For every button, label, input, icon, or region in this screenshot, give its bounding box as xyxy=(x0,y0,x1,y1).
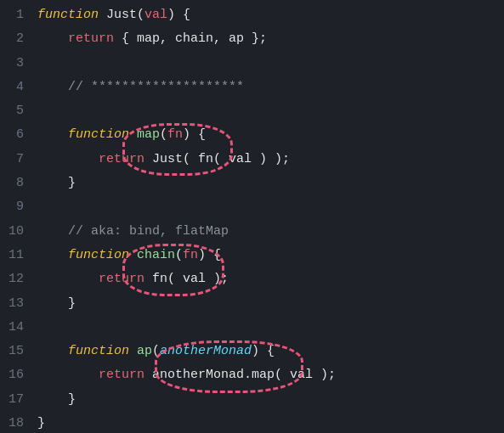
code-line-13: } xyxy=(37,292,504,316)
code-text: ) { xyxy=(167,8,190,22)
param-fn: fn xyxy=(183,248,198,262)
keyword-function: function xyxy=(68,344,137,358)
keyword-return: return xyxy=(37,272,144,286)
keyword-function: function xyxy=(37,8,106,22)
code-text: fn( val ); xyxy=(144,272,229,286)
code-line-10: // aka: bind, flatMap xyxy=(37,220,504,244)
code-line-4: // ******************** xyxy=(37,76,504,99)
code-text: ( xyxy=(152,344,160,358)
code-line-12: return fn( val ); xyxy=(37,267,504,291)
code-line-5 xyxy=(37,99,504,123)
code-text: } xyxy=(37,392,76,407)
code-text: ) { xyxy=(198,248,221,262)
code-line-9 xyxy=(37,195,504,219)
code-line-8: } xyxy=(37,172,504,195)
code-text: ) { xyxy=(183,127,206,142)
code-line-15: function ap(anotherMonad) { xyxy=(37,340,504,363)
code-line-3 xyxy=(37,52,504,76)
keyword-function: function xyxy=(68,248,137,262)
code-text: } xyxy=(37,416,45,430)
keyword-return: return xyxy=(37,152,144,166)
code-line-18: } xyxy=(37,412,504,433)
code-line-17: } xyxy=(37,388,504,412)
code-content: function Just(val) { return { map, chain… xyxy=(37,3,504,433)
code-line-6: function map(fn) { xyxy=(37,123,504,147)
comment-text: // aka: bind, flatMap xyxy=(37,224,229,239)
fn-ap: ap xyxy=(137,344,152,358)
keyword-function: function xyxy=(68,127,137,142)
code-text: { map, chain, ap }; xyxy=(114,31,267,46)
code-text xyxy=(37,127,68,142)
code-text: ) { xyxy=(252,344,275,358)
keyword-return: return xyxy=(37,368,144,382)
code-line-16: return anotherMonad.map( val ); xyxy=(37,363,504,387)
fn-map: map xyxy=(137,127,160,142)
code-line-1: function Just(val) { xyxy=(37,3,504,27)
code-line-7: return Just( fn( val ) ); xyxy=(37,148,504,172)
param-val: val xyxy=(144,8,167,22)
param-fn: fn xyxy=(167,127,183,142)
code-text: Just( xyxy=(106,8,144,22)
code-text xyxy=(37,344,68,358)
code-editor: 1 2 3 4 5 6 7 8 9 10 11 12 13 14 15 16 1… xyxy=(0,0,504,433)
code-text: ( xyxy=(160,127,167,142)
line-numbers: 1 2 3 4 5 6 7 8 9 10 11 12 13 14 15 16 1… xyxy=(0,3,37,433)
code-text: } xyxy=(37,176,76,190)
code-text: } xyxy=(37,296,76,311)
code-line-2: return { map, chain, ap }; xyxy=(37,27,504,51)
keyword-return: return xyxy=(37,31,114,46)
code-text: anotherMonad.map( val ); xyxy=(144,368,336,382)
param-anotherMonad: anotherMonad xyxy=(160,344,252,358)
code-line-14 xyxy=(37,316,504,340)
fn-chain: chain xyxy=(137,248,175,262)
comment-text: // ******************** xyxy=(37,80,244,94)
code-text: Just( fn( val ) ); xyxy=(144,152,290,166)
code-text xyxy=(37,248,68,262)
code-text: ( xyxy=(175,248,183,262)
code-line-11: function chain(fn) { xyxy=(37,244,504,267)
